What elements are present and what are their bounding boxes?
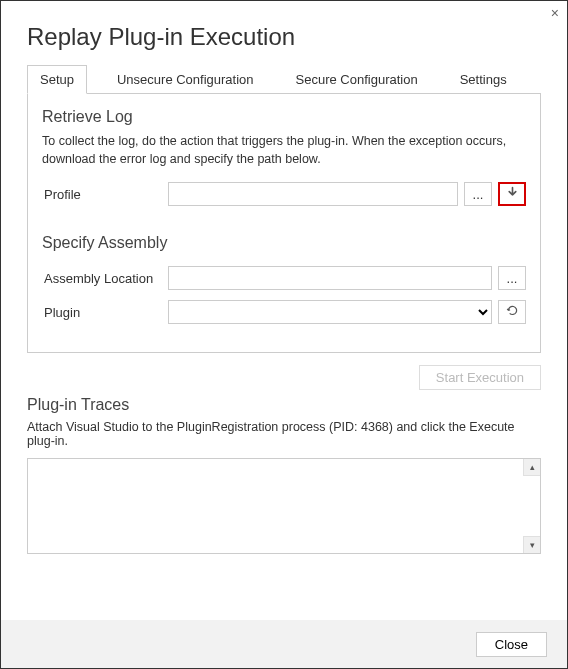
- profile-browse-button[interactable]: ...: [464, 182, 492, 206]
- assembly-location-label: Assembly Location: [42, 271, 162, 286]
- plugin-traces-heading: Plug-in Traces: [27, 396, 541, 414]
- dialog-footer: Close: [1, 620, 567, 668]
- profile-label: Profile: [42, 187, 162, 202]
- profile-input[interactable]: [168, 182, 458, 206]
- retrieve-log-description: To collect the log, do the action that t…: [42, 132, 526, 168]
- tab-secure-configuration[interactable]: Secure Configuration: [284, 66, 430, 93]
- assembly-browse-button[interactable]: ...: [498, 266, 526, 290]
- specify-assembly-heading: Specify Assembly: [42, 234, 526, 252]
- tab-unsecure-configuration[interactable]: Unsecure Configuration: [105, 66, 266, 93]
- refresh-button[interactable]: [498, 300, 526, 324]
- plugin-select[interactable]: [168, 300, 492, 324]
- scroll-down-button[interactable]: ▾: [523, 536, 540, 553]
- close-icon[interactable]: ×: [551, 5, 559, 21]
- setup-panel: Retrieve Log To collect the log, do the …: [27, 94, 541, 353]
- plugin-traces-output[interactable]: ▴ ▾: [27, 458, 541, 554]
- tab-settings[interactable]: Settings: [448, 66, 519, 93]
- tab-setup[interactable]: Setup: [27, 65, 87, 94]
- plugin-traces-description: Attach Visual Studio to the PluginRegist…: [27, 420, 541, 448]
- retrieve-log-heading: Retrieve Log: [42, 108, 526, 126]
- assembly-location-input[interactable]: [168, 266, 492, 290]
- refresh-icon: [506, 304, 519, 320]
- dialog-title: Replay Plug-in Execution: [1, 1, 567, 65]
- close-button[interactable]: Close: [476, 632, 547, 657]
- scroll-up-button[interactable]: ▴: [523, 459, 540, 476]
- download-button[interactable]: [498, 182, 526, 206]
- plugin-label: Plugin: [42, 305, 162, 320]
- download-arrow-icon: [506, 186, 519, 202]
- tab-bar: Setup Unsecure Configuration Secure Conf…: [27, 65, 541, 94]
- start-execution-button[interactable]: Start Execution: [419, 365, 541, 390]
